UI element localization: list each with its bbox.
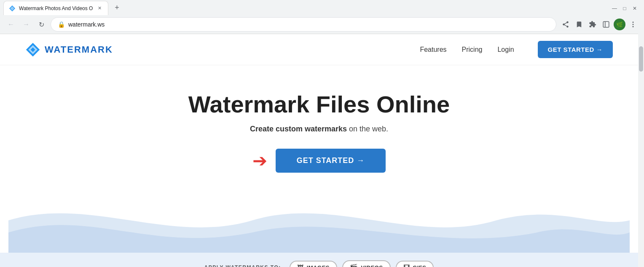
videos-icon: 🎬 xyxy=(350,264,358,267)
svg-point-4 xyxy=(633,21,634,23)
close-button[interactable]: ✕ xyxy=(631,4,639,13)
url-bar[interactable]: 🔒 watermark.ws xyxy=(51,17,556,32)
logo-icon xyxy=(25,42,40,57)
nav-login-link[interactable]: Login xyxy=(497,46,514,53)
hero-button-area: ➔ GET STARTED → xyxy=(8,149,630,173)
pill-images-label: IMAGES xyxy=(307,264,330,267)
apply-section: APPLY WATERMARKS TO: 🖼 IMAGES 🎬 VIDEOS 🎞… xyxy=(0,253,638,267)
back-button[interactable]: ← xyxy=(5,19,17,30)
apply-pills: 🖼 IMAGES 🎬 VIDEOS 🎞 GIFS xyxy=(290,260,434,267)
url-text: watermark.ws xyxy=(68,21,105,28)
user-avatar[interactable]: 🌿 xyxy=(614,19,625,30)
browser-tab[interactable]: Watermark Photos And Videos O ✕ xyxy=(3,1,108,15)
scrollbar-thumb[interactable] xyxy=(639,46,643,72)
hero-section: Watermark Files Online Create custom wat… xyxy=(0,65,638,253)
tab-title: Watermark Photos And Videos O xyxy=(19,5,93,11)
logo-text: WATERMARK xyxy=(45,44,113,55)
pill-videos-label: VIDEOS xyxy=(361,264,383,267)
tab-close-button[interactable]: ✕ xyxy=(96,5,103,12)
extensions-button[interactable] xyxy=(587,19,598,30)
bookmark-button[interactable] xyxy=(573,19,585,30)
nav-pricing-link[interactable]: Pricing xyxy=(462,46,483,53)
pill-gifs[interactable]: 🎞 GIFS xyxy=(396,261,434,267)
gifs-icon: 🎞 xyxy=(403,264,410,267)
logo-area[interactable]: WATERMARK xyxy=(25,42,113,57)
refresh-button[interactable]: ↻ xyxy=(35,19,47,30)
hero-subtext-rest: on the web. xyxy=(347,125,388,133)
hero-get-started-button[interactable]: GET STARTED → xyxy=(276,149,386,173)
new-tab-button[interactable]: + xyxy=(111,2,123,13)
lock-icon: 🔒 xyxy=(58,21,65,28)
svg-point-6 xyxy=(633,26,634,27)
pill-videos[interactable]: 🎬 VIDEOS xyxy=(342,260,391,267)
tab-favicon xyxy=(9,5,16,12)
pill-images[interactable]: 🖼 IMAGES xyxy=(290,261,337,267)
minimize-button[interactable]: — xyxy=(610,4,619,13)
menu-button[interactable] xyxy=(627,19,639,30)
red-arrow-icon: ➔ xyxy=(252,152,267,170)
sidebar-button[interactable] xyxy=(600,19,612,30)
share-button[interactable] xyxy=(560,19,572,30)
site-nav: WATERMARK Features Pricing Login GET STA… xyxy=(0,34,638,65)
hero-subtext: Create custom watermarks on the web. xyxy=(8,125,630,134)
images-icon: 🖼 xyxy=(297,264,304,267)
nav-get-started-button[interactable]: GET STARTED → xyxy=(538,41,613,58)
nav-features-link[interactable]: Features xyxy=(420,46,446,53)
svg-point-5 xyxy=(633,24,634,25)
hero-subtext-bold: Create custom watermarks xyxy=(250,125,347,133)
svg-rect-2 xyxy=(603,21,609,27)
nav-links: Features Pricing Login GET STARTED → xyxy=(420,41,613,58)
pill-gifs-label: GIFS xyxy=(413,264,426,267)
maximize-button[interactable]: □ xyxy=(620,4,629,13)
hero-heading: Watermark Files Online xyxy=(8,91,630,118)
forward-button[interactable]: → xyxy=(20,19,32,30)
apply-label: APPLY WATERMARKS TO: xyxy=(204,264,281,267)
wave-background xyxy=(8,185,630,253)
scrollbar-track xyxy=(638,0,644,267)
